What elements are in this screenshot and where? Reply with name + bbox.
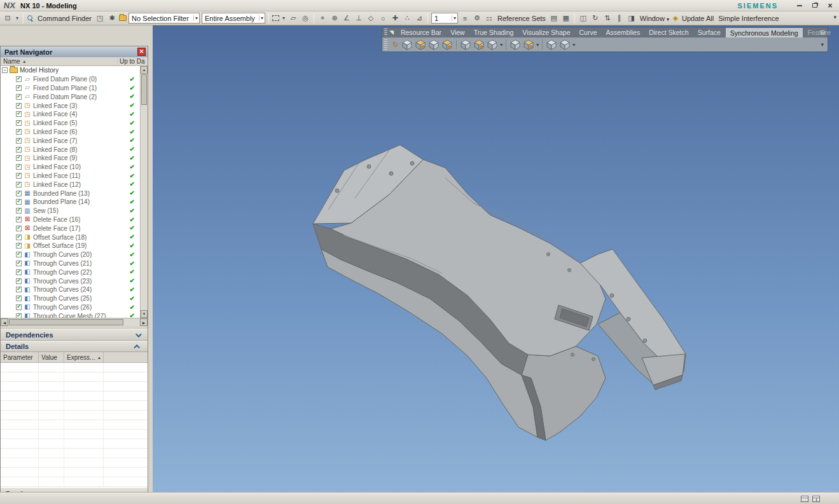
- select-rectangle-icon[interactable]: [272, 15, 279, 21]
- window-menu[interactable]: Window ▾: [639, 15, 670, 22]
- layer-dropdown[interactable]: 1 ▾: [431, 13, 458, 24]
- item-checkbox[interactable]: [16, 252, 22, 257]
- tree-horizontal-scrollbar[interactable]: ◀ ▶: [1, 318, 148, 326]
- tree-item-row[interactable]: Fixed Datum Plane (0) ✔: [1, 75, 140, 84]
- tree-item-row[interactable]: Bounded Plane (13) ✔: [1, 189, 140, 198]
- ribbon-tab[interactable]: View: [446, 27, 469, 37]
- item-checkbox[interactable]: [16, 173, 22, 179]
- snap-node-icon[interactable]: ∴: [402, 13, 412, 24]
- panel-close-button[interactable]: ✕: [137, 48, 146, 56]
- ribbon-tab[interactable]: Resource Bar: [396, 27, 446, 37]
- scroll-left-icon[interactable]: ◀: [1, 318, 8, 326]
- tool-caret-icon[interactable]: ▾: [500, 42, 503, 48]
- ribbon-tab[interactable]: Direct Sketch: [644, 27, 693, 37]
- ribbon-tab[interactable]: Curve: [574, 27, 601, 37]
- chevron-down-icon[interactable]: [135, 331, 142, 337]
- item-checkbox[interactable]: [16, 296, 22, 301]
- copy-face-tool-icon[interactable]: [487, 39, 498, 50]
- item-checkbox[interactable]: [16, 226, 22, 231]
- ribbon-tab[interactable]: Feature: [803, 27, 835, 37]
- tree-root-row[interactable]: − Model History: [1, 66, 140, 75]
- item-checkbox[interactable]: [16, 129, 22, 135]
- plane-tool-icon[interactable]: ▱: [288, 13, 298, 24]
- tree-item-row[interactable]: Linked Face (12) ✔: [1, 180, 140, 189]
- tree-item-row[interactable]: Delete Face (16) ✔: [1, 215, 140, 224]
- item-checkbox[interactable]: [16, 120, 22, 126]
- parameter-column-header[interactable]: Parameter: [1, 352, 39, 362]
- toolbar-overflow-caret-icon[interactable]: ▾: [833, 14, 836, 20]
- scroll-up-icon[interactable]: ▲: [141, 66, 148, 74]
- drag-handle[interactable]: [384, 29, 387, 36]
- snap-endpoint-icon[interactable]: ⊕: [329, 13, 340, 24]
- tool-caret-icon[interactable]: ▾: [572, 42, 575, 48]
- item-checkbox[interactable]: [16, 243, 22, 249]
- history-mode-icon[interactable]: ↻: [392, 41, 398, 49]
- orient-icon[interactable]: ∥: [614, 13, 625, 24]
- item-checkbox[interactable]: [16, 111, 22, 117]
- linear-dimension-tool-icon[interactable]: [546, 39, 557, 50]
- ribbon-tab[interactable]: Assemblies: [602, 27, 645, 37]
- tree-item-row[interactable]: Linked Face (11) ✔: [1, 172, 140, 180]
- item-checkbox[interactable]: [16, 94, 22, 100]
- highlight-icon[interactable]: ◎: [300, 13, 310, 24]
- tree-item-row[interactable]: Offset Surface (19) ✔: [1, 242, 140, 250]
- name-column-header[interactable]: Name ▲: [3, 58, 117, 65]
- tree-item-row[interactable]: Through Curves (21) ✔: [1, 259, 140, 268]
- selection-filter-dropdown[interactable]: No Selection Filter ▾: [128, 13, 200, 24]
- tree-item-row[interactable]: Delete Face (17) ✔: [1, 224, 140, 233]
- tree-item-row[interactable]: Sew (15) ✔: [1, 207, 140, 215]
- part-navigator-header[interactable]: Part Navigator ✕: [1, 46, 148, 57]
- tree-item-row[interactable]: Through Curve Mesh (27) ✔: [1, 311, 140, 318]
- 3d-viewport[interactable]: ◥ Resource Bar View True Shading: [153, 25, 839, 493]
- view-list-icon[interactable]: ▤: [549, 13, 559, 24]
- tree-item-row[interactable]: Fixed Datum Plane (2) ✔: [1, 92, 140, 101]
- tree-item-row[interactable]: Linked Face (3) ✔: [1, 101, 140, 110]
- tree-item-row[interactable]: Linked Face (9) ✔: [1, 154, 140, 163]
- item-checkbox[interactable]: [16, 278, 22, 284]
- tree-item-row[interactable]: Through Curves (20) ✔: [1, 250, 140, 259]
- update-all-button[interactable]: Update All: [681, 15, 715, 22]
- item-checkbox[interactable]: [16, 138, 22, 144]
- ribbon-tab[interactable]: Surface: [693, 27, 725, 37]
- selection-scope-dropdown[interactable]: Entire Assembly ▾: [202, 13, 265, 24]
- gear-icon[interactable]: ⚙: [472, 13, 482, 24]
- shade-icon[interactable]: ◨: [627, 13, 637, 24]
- delete-face-tool-icon[interactable]: [473, 39, 485, 50]
- status-column-header[interactable]: Up to Da: [117, 58, 145, 65]
- item-checkbox[interactable]: [16, 217, 22, 222]
- tree-vertical-scrollbar[interactable]: ▲ ▼: [140, 66, 148, 318]
- fit-view-icon[interactable]: ⇅: [602, 13, 613, 24]
- menu-page-icon[interactable]: ⊡: [3, 13, 13, 24]
- tree-item-row[interactable]: Through Curves (24) ✔: [1, 285, 140, 294]
- panel-anchor-icon[interactable]: ◥: [389, 29, 394, 36]
- details-section-header[interactable]: Details: [1, 341, 148, 352]
- customize-icon[interactable]: ✱: [107, 13, 117, 24]
- ribbon-tab[interactable]: Synchronous Modeling: [725, 27, 803, 37]
- snap-arc-icon[interactable]: ⊿: [414, 13, 424, 24]
- make-parallel-tool-icon[interactable]: [523, 39, 534, 50]
- tree-item-row[interactable]: Linked Face (4) ✔: [1, 110, 140, 119]
- shell-tool-icon[interactable]: [559, 39, 571, 50]
- close-button[interactable]: ×: [825, 1, 835, 10]
- ribbon-overflow-caret-icon[interactable]: ▾: [821, 41, 824, 48]
- tree-item-row[interactable]: Through Curves (25) ✔: [1, 294, 140, 303]
- ribbon-tab[interactable]: Visualize Shape: [518, 27, 574, 37]
- ribbon-tab[interactable]: True Shading: [469, 27, 518, 37]
- reference-sets-label[interactable]: Reference Sets: [496, 15, 547, 22]
- drag-handle[interactable]: [384, 39, 387, 50]
- scroll-down-icon[interactable]: ▼: [141, 310, 148, 318]
- offset-region-tool-icon[interactable]: [428, 39, 440, 50]
- tree-item-row[interactable]: Bounded Plane (14) ✔: [1, 198, 140, 207]
- scroll-thumb[interactable]: [141, 74, 147, 105]
- restore-button[interactable]: [810, 1, 820, 10]
- expression-column-header[interactable]: Express... ▲: [64, 352, 104, 362]
- snap-center-icon[interactable]: ○: [378, 13, 388, 24]
- item-checkbox[interactable]: [16, 85, 22, 91]
- simple-interference-button[interactable]: Simple Interference: [717, 15, 780, 22]
- item-checkbox[interactable]: [16, 155, 22, 161]
- snap-midpoint-icon[interactable]: ◇: [366, 13, 376, 24]
- item-checkbox[interactable]: [16, 313, 22, 318]
- select-caret-icon[interactable]: ▾: [281, 13, 286, 24]
- item-checkbox[interactable]: [16, 304, 22, 310]
- scroll-right-icon[interactable]: ▶: [140, 318, 148, 326]
